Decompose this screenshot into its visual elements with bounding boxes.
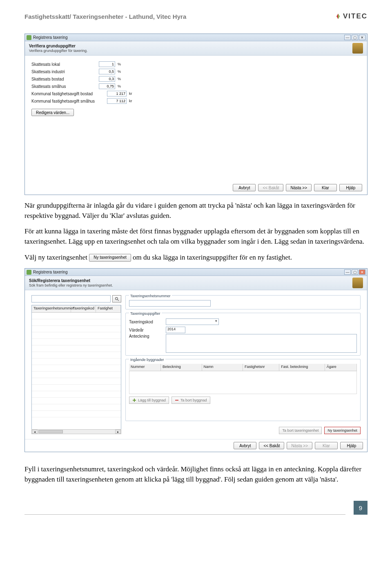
band-title: Sök/Registerera taxeringsenhet (29, 278, 90, 283)
label-skattesats-lokal: Skattesats lokal (31, 62, 99, 67)
table-row[interactable] (32, 372, 121, 378)
input-vardear[interactable]: 2014 (166, 327, 185, 333)
group-title: Taxeringsuppgifter (129, 312, 162, 316)
col-taxeringskod[interactable]: Taxeringskod (71, 305, 96, 312)
table-row[interactable] (32, 345, 121, 352)
back-button[interactable]: << Bakåt (259, 442, 284, 449)
edit-values-button[interactable]: Redigera värden... (31, 109, 74, 116)
col-namn[interactable]: Namn (202, 364, 243, 371)
group-title: Taxeringsenhetsnummer (129, 294, 172, 298)
table-row[interactable] (32, 319, 121, 326)
back-button[interactable]: << Bakåt (258, 184, 283, 191)
table-row[interactable] (32, 332, 121, 339)
window-maximize-button[interactable]: ▢ (352, 35, 358, 40)
app-icon (27, 270, 31, 275)
page-number: 9 (354, 501, 368, 515)
help-button[interactable]: Hjälp (340, 442, 363, 449)
wizard-body: Taxeringsenhetsnummer Taxeringskod Fasti… (25, 290, 367, 439)
doc-header: Fastighetsskatt/ Taxeringsenheter - Lath… (24, 12, 368, 23)
new-taxeringsenhet-button[interactable]: Ny taxeringsenhet (324, 427, 361, 434)
input-taxeringsenhetsnummer[interactable] (129, 300, 211, 307)
band-subtitle: Sök fram befintlig eller registrera ny t… (29, 283, 113, 287)
label-vardear: Värdeår (129, 328, 166, 332)
table-row[interactable] (32, 385, 121, 391)
byggnader-grid-body[interactable] (129, 371, 357, 394)
table-row[interactable] (32, 378, 121, 385)
label-anteckning: Anteckning (129, 334, 166, 338)
input-skattesats-industri[interactable] (99, 69, 115, 74)
group-ingaende-byggnader: Ingående byggnader Nummer Beteckning Nam… (125, 359, 361, 421)
label-skattesats-bostad: Skattesats bostad (31, 77, 99, 81)
table-row[interactable] (32, 313, 121, 319)
group-taxeringsenhetsnummer: Taxeringsenhetsnummer (125, 295, 361, 309)
help-button[interactable]: Hjälp (339, 184, 362, 191)
col-fastighet[interactable]: Fastighet (96, 305, 121, 312)
unit-percent: % (118, 62, 121, 66)
next-button[interactable]: Nästa >> (286, 184, 312, 191)
input-kommunal-smahus[interactable] (107, 98, 127, 104)
window-close-button[interactable]: ✕ (359, 269, 365, 275)
input-skattesats-lokal[interactable] (99, 61, 115, 67)
col-agare[interactable]: Ägare (325, 364, 357, 371)
delete-taxeringsenhet-button[interactable]: Ta bort taxeringsenhet (279, 427, 322, 434)
search-input[interactable] (31, 295, 111, 303)
table-row[interactable] (32, 404, 121, 411)
logo-text: VITEC (343, 12, 368, 20)
label-kommunal-bostad: Kommunal fastighetsavgift bostad (31, 92, 107, 96)
dropdown-taxeringskod[interactable] (166, 318, 219, 325)
titlebar: Registrera taxering — ▢ ✕ (25, 34, 367, 41)
minus-icon (175, 398, 179, 402)
label-skattesats-industri: Skattesats industri (31, 69, 99, 74)
add-byggnad-button[interactable]: Lägg till byggnad (129, 397, 169, 404)
next-button[interactable]: Nästa >> (287, 442, 312, 449)
table-row[interactable] (32, 365, 121, 372)
window-minimize-button[interactable]: — (344, 35, 351, 40)
table-row[interactable] (32, 326, 121, 332)
cancel-button[interactable]: Avbryt (233, 184, 256, 191)
textarea-anteckning[interactable] (166, 334, 357, 353)
remove-byggnad-button[interactable]: Ta bort byggnad (172, 397, 210, 404)
window-maximize-button[interactable]: ▢ (352, 269, 358, 275)
scroll-thumb[interactable] (38, 430, 63, 433)
table-row[interactable] (32, 398, 121, 404)
window-minimize-button[interactable]: — (344, 269, 351, 275)
window-close-button[interactable]: ✕ (359, 35, 365, 40)
unit-percent: % (118, 69, 121, 74)
units-grid[interactable]: Taxeringsenhetsnummer Taxeringskod Fasti… (31, 305, 121, 430)
window-title: Registrera taxering (33, 35, 67, 40)
paragraph-3: Välj ny taxeringsenhet Ny taxeringsenhet… (24, 253, 368, 263)
paragraph-2: För att kunna lägga in taxering måste de… (24, 226, 368, 247)
left-panel: Taxeringsenhetsnummer Taxeringskod Fasti… (31, 295, 121, 434)
done-button[interactable]: Klar (314, 184, 337, 191)
scroll-right-button[interactable]: ▸ (115, 430, 121, 434)
logo: VITEC (335, 12, 368, 20)
table-row[interactable] (32, 352, 121, 359)
wizard-band: Sök/Registerera taxeringsenhet Sök fram … (25, 276, 367, 290)
label-skattesats-smahus: Skattesats småhus (31, 84, 99, 89)
table-row[interactable] (32, 339, 121, 345)
col-fast-beteckning[interactable]: Fast. beteckning (279, 364, 325, 371)
search-button[interactable] (112, 295, 121, 303)
col-taxeringsenhetsnummer[interactable]: Taxeringsenhetsnummer (32, 305, 71, 312)
input-kommunal-bostad[interactable] (107, 91, 127, 96)
inline-ny-taxeringsenhet-button: Ny taxeringsenhet (89, 254, 131, 262)
app-icon (27, 35, 31, 40)
col-beteckning[interactable]: Beteckning (161, 364, 202, 371)
col-fastighetsnr[interactable]: Fastighetsnr (243, 364, 279, 371)
box-icon (352, 43, 363, 54)
input-skattesats-bostad[interactable] (99, 76, 115, 82)
horizontal-scrollbar[interactable]: ◂ ▸ (31, 429, 121, 434)
done-button[interactable]: Klar (315, 442, 338, 449)
col-nummer[interactable]: Nummer (129, 364, 161, 371)
table-row[interactable] (32, 411, 121, 417)
wizard-button-bar: Avbryt << Bakåt Nästa >> Klar Hjälp (233, 184, 362, 191)
search-icon (115, 297, 119, 301)
cancel-button[interactable]: Avbryt (234, 442, 256, 449)
scroll-left-button[interactable]: ◂ (32, 430, 38, 434)
vitec-logo-icon (335, 13, 341, 20)
unit-percent: % (118, 84, 121, 88)
input-skattesats-smahus[interactable] (99, 83, 115, 89)
table-row[interactable] (32, 359, 121, 365)
table-row[interactable] (32, 391, 121, 398)
box-icon (352, 278, 363, 288)
